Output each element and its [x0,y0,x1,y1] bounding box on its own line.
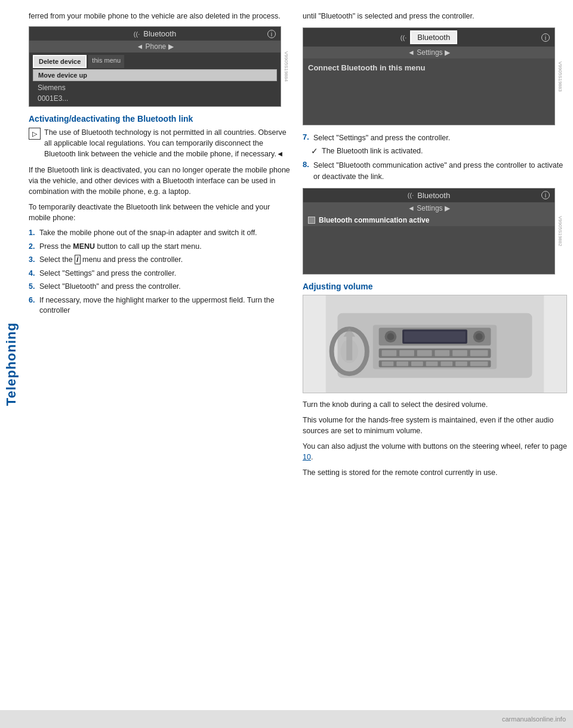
svg-point-7 [476,333,483,340]
section-heading-volume: Adjusting volume [303,282,567,291]
svg-rect-15 [452,350,467,356]
screen2-side-label: V9905S19883 [556,28,564,125]
step7b-text: The Bluetooth link is activated. [322,146,423,156]
checkmark-icon: ✓ [311,146,318,156]
sidebar: Telephoning [0,0,23,728]
screen3-empty-body [303,226,554,274]
step7b-container: ✓ The Bluetooth link is activated. [311,146,567,156]
svg-rect-18 [382,361,394,366]
svg-rect-23 [455,361,467,366]
screen-bluetooth-settings: ((· Bluetooth i ◄ Settings ▶ Connect Blu… [303,27,555,125]
svg-rect-13 [417,350,432,356]
screen1-device-id: 0001E3... [33,93,277,104]
para1: If the Bluetooth link is deactivated, yo… [29,165,293,197]
screen1-siemens: Siemens [33,82,277,93]
step-6: 6. If necessary, move the highlight mark… [29,295,293,316]
screen1-header: ((· Bluetooth i [29,27,281,41]
screen3-subheader: ◄ Settings ▶ [303,202,554,214]
step-3: 3. Select the i menu and press the contr… [29,255,293,266]
info-icon: i [267,30,276,38]
right-column: until "Bluetooth" is selected and press … [303,11,567,483]
checkbox-icon [308,217,315,224]
svg-point-5 [387,333,394,340]
warning-text: The use of Bluetooth technology is not p… [44,127,293,159]
main-content: ferred from your mobile phone to the veh… [23,0,573,728]
car-interior-svg [303,295,566,393]
step-8-container: 8. Select "Bluetooth communication activ… [303,160,567,181]
this-menu-label: this menu [88,55,124,68]
screen2-empty-body [303,77,554,125]
vol-para2: This volume for the hands-free system is… [303,415,567,436]
watermark: carmanualsonline.info [502,715,566,723]
screen1-subheader: ◄ Phone ▶ [29,41,281,53]
sidebar-label: Telephoning [4,322,19,406]
bluetooth-icon: ((· [134,30,140,38]
step-2: 2. Press the MENU button to call up the … [29,242,293,252]
screen1-side-label: V9905S19884 [282,27,290,106]
volume-section: Adjusting volume [303,282,567,479]
screen3-title: Bluetooth [417,191,450,200]
page-ref-link[interactable]: 10 [303,453,311,461]
step-7-container: 7. Select "Settings" and press the contr… [303,132,567,143]
car-image: V9906T00103 [303,295,567,393]
comm-active-row[interactable]: Bluetooth communication active [303,214,554,226]
svg-rect-12 [399,350,414,356]
screen2-info-icon: i [541,33,550,42]
svg-rect-24 [470,361,488,366]
section-heading-bluetooth: Activating/deactivating the Bluetooth li… [29,114,293,124]
screen3-bluetooth-icon: ((· [408,192,414,199]
bottom-bar: carmanualsonline.info [0,710,573,728]
screen2-title: Bluetooth [410,30,457,44]
delete-device-btn[interactable]: Delete device [33,55,87,68]
screen3-info-icon: i [541,191,550,199]
screen2-header: ((· Bluetooth i [303,28,554,47]
step3-text: Select the i menu and press the controll… [39,255,183,266]
screen2-body: Connect Bluetooth in this menu [303,58,554,77]
svg-rect-21 [426,361,438,366]
vol-para3: You can also adjust the volume with butt… [303,441,567,462]
screen3-header: ((· Bluetooth i [303,189,554,202]
screen1-title: Bluetooth [143,29,176,38]
step7-text: Select "Settings" and press the controll… [313,132,450,143]
step-5: 5. Select "Bluetooth" and press the cont… [29,282,293,292]
screen2-bluetooth-icon: ((· [401,34,406,41]
move-device-btn[interactable]: Move device up [33,69,277,81]
svg-rect-20 [411,361,423,366]
svg-rect-14 [435,350,450,356]
screen2-subheader: ◄ Settings ▶ [303,47,554,58]
screen-bluetooth-phone: ((· Bluetooth i ◄ Phone ▶ Delete device … [29,26,281,107]
step2-text: Press the MENU button to call up the sta… [39,242,202,252]
vol-para4: The setting is stored for the remote con… [303,467,567,478]
svg-rect-9 [404,331,466,342]
right-intro-text: until "Bluetooth" is selected and press … [303,11,567,21]
comm-label: Bluetooth communication active [319,216,429,224]
screen3-side-label: V9905S19882 [556,189,564,274]
left-intro-text: ferred from your mobile phone to the veh… [29,11,293,21]
step-1: 1. Take the mobile phone out of the snap… [29,228,293,239]
screen-bluetooth-comm: ((· Bluetooth i ◄ Settings ▶ Bluetooth c… [303,188,555,274]
steps-list: 1. Take the mobile phone out of the snap… [29,228,293,316]
svg-rect-19 [396,361,408,366]
left-column: ferred from your mobile phone to the veh… [29,11,293,483]
step-4: 4. Select "Settings" and press the contr… [29,269,293,279]
vol-para1: Turn the knob during a call to select th… [303,399,567,410]
svg-rect-16 [470,350,488,356]
warning-block: ▷ The use of Bluetooth technology is not… [29,127,293,159]
para2: To temporarily deactivate the Bluetooth … [29,202,293,223]
svg-rect-11 [382,350,397,356]
step8-text: Select "Bluetooth communication active" … [313,160,567,181]
warning-icon: ▷ [29,128,41,140]
svg-rect-22 [440,361,452,366]
